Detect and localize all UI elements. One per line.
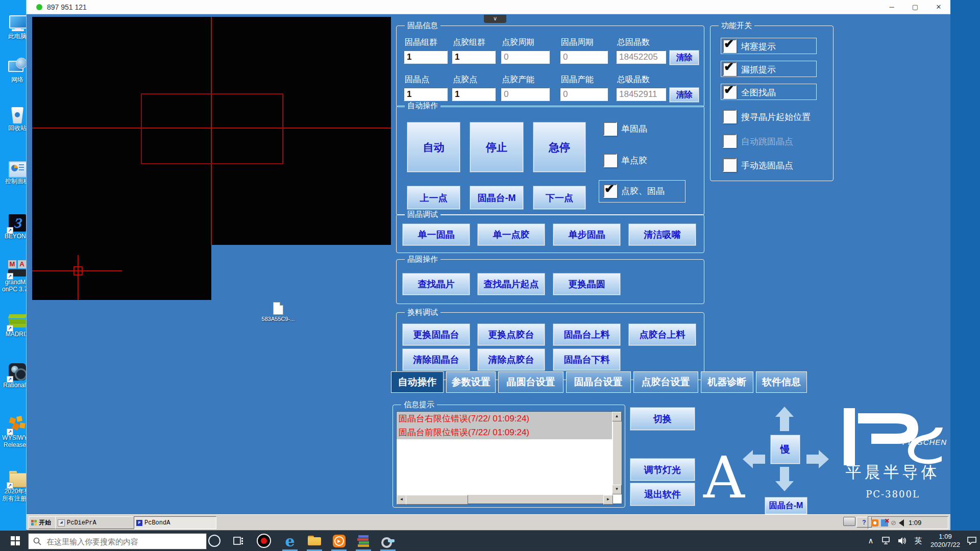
scroll-left-icon[interactable]: ◄ [397, 495, 406, 505]
die-cycle-input[interactable] [560, 51, 608, 64]
classic-start-button[interactable]: 开始 [29, 516, 56, 529]
tab-dispense-stage-settings[interactable]: 点胶台设置 [633, 371, 698, 393]
dispense-cycle-input[interactable] [501, 51, 550, 64]
change-dispense-stage-button[interactable]: 更换点胶台 [477, 323, 545, 346]
file-explorer-button[interactable] [303, 531, 326, 551]
media-app-button[interactable]: ▶ [328, 531, 350, 551]
horizontal-scrollbar[interactable]: ◄ ► [397, 495, 613, 504]
taskbar-search-box[interactable] [28, 533, 207, 549]
message-row[interactable]: 固晶台右限位错误(7/22/ 01:09:24) [397, 412, 612, 425]
single-dispense-button[interactable]: 单一点胶 [477, 223, 545, 246]
tab-parameter-settings[interactable]: 参数设置 [446, 371, 496, 393]
single-dispense-checkbox[interactable] [603, 154, 617, 167]
app-icon: ◢ [58, 519, 65, 527]
change-wafer-button[interactable]: 更换晶圆 [553, 273, 621, 295]
tray-speaker-icon[interactable] [899, 519, 904, 527]
clear-dispense-stage-button[interactable]: 清除点胶台 [477, 348, 545, 371]
tab-machine-diagnosis[interactable]: 机器诊断 [701, 371, 753, 393]
single-die-bond-button[interactable]: 单一固晶 [402, 223, 470, 246]
die-stage-unload-button[interactable]: 固晶台下料 [553, 348, 621, 371]
adjust-light-button[interactable]: 调节灯光 [630, 458, 695, 481]
edge-button[interactable]: e [279, 531, 301, 551]
vertical-scrollbar[interactable]: ▲ ▼ [613, 412, 622, 494]
minimize-button[interactable]: ─ [880, 0, 903, 14]
task-button-pcdiepra[interactable]: ◢ PcDiePrA [55, 516, 137, 529]
tab-wafer-stage-settings[interactable]: 晶圆台设置 [498, 371, 563, 393]
camera-view-secondary[interactable] [32, 245, 211, 300]
start-button[interactable] [4, 531, 27, 551]
die-stage-load-button[interactable]: 固晶台上料 [553, 323, 621, 346]
scroll-thumb[interactable] [406, 495, 468, 505]
clear-pick-count-button[interactable]: 清除 [669, 87, 699, 103]
message-listbox[interactable]: 固晶台右限位错误(7/22/ 01:09:24) 固晶台前限位错误(7/22/ … [396, 411, 622, 504]
collapse-chevron-button[interactable]: ∨ [484, 15, 506, 23]
clog-alert-checkbox[interactable]: ✔ [723, 39, 737, 53]
next-point-button[interactable]: 下一点 [533, 186, 586, 210]
maximize-button[interactable]: ▢ [903, 0, 927, 14]
die-point-input[interactable] [404, 88, 448, 101]
arrow-up-button[interactable] [775, 407, 794, 431]
tray-app-icon[interactable] [871, 519, 878, 527]
volume-button[interactable] [895, 531, 910, 551]
scroll-right-icon[interactable]: ► [603, 495, 613, 505]
dispense-capacity-input[interactable] [501, 88, 550, 101]
exit-software-button[interactable]: 退出软件 [630, 483, 695, 506]
find-die-button[interactable]: 查找晶片 [402, 273, 470, 295]
clear-die-stage-button[interactable]: 清除固晶台 [402, 348, 470, 371]
switch-button[interactable]: 切换 [630, 407, 695, 431]
keyboard-icon[interactable] [843, 517, 855, 526]
tab-software-info[interactable]: 软件信息 [756, 371, 807, 393]
prev-point-button[interactable]: 上一点 [407, 186, 460, 210]
die-stage-m-button[interactable]: 固晶台-M [470, 186, 524, 210]
miss-pick-alert-checkbox[interactable]: ✔ [723, 62, 737, 76]
camera-view-main[interactable] [32, 17, 391, 245]
close-button[interactable]: ✕ [927, 0, 950, 14]
dispense-point-input[interactable] [452, 88, 496, 101]
ime-indicator[interactable]: 英 [911, 531, 925, 551]
stop-button[interactable]: 停止 [470, 122, 524, 172]
tray-network-icon[interactable]: ✕ [881, 519, 888, 527]
task-view-button[interactable] [228, 531, 249, 551]
scroll-down-icon[interactable]: ▼ [612, 485, 622, 494]
dispense-and-die-checkbox[interactable]: ✔ [603, 184, 617, 198]
full-image-find-die-checkbox[interactable]: ✔ [723, 85, 737, 99]
stray-file-icon[interactable]: 583A55C9-... [255, 302, 301, 322]
step-die-bond-button[interactable]: 单步固晶 [553, 223, 621, 246]
estop-button[interactable]: 急停 [533, 122, 586, 172]
clean-nozzle-button[interactable]: 清洁吸嘴 [628, 223, 696, 246]
clear-die-count-button[interactable]: 清除 [669, 50, 699, 65]
die-capacity-input[interactable] [560, 88, 608, 101]
tray-disabled-icon[interactable]: ⊘ [891, 519, 896, 527]
cortana-button[interactable] [204, 531, 225, 551]
search-die-start-position-checkbox[interactable] [723, 110, 737, 123]
die-group-input[interactable] [404, 51, 448, 64]
single-die-checkbox[interactable] [603, 122, 617, 136]
action-center-button[interactable] [965, 531, 979, 551]
key-app-button[interactable] [377, 531, 399, 551]
scroll-up-icon[interactable]: ▲ [612, 412, 622, 421]
message-row[interactable]: 固晶台前限位错误(7/22/ 01:09:24) [397, 425, 612, 439]
arrow-right-button[interactable] [806, 450, 829, 468]
arrow-down-button[interactable] [775, 467, 794, 491]
taskbar-clock[interactable]: 1:092020/7/22 [926, 531, 964, 551]
total-die-count-input[interactable] [616, 51, 666, 64]
network-status-button[interactable] [879, 531, 894, 551]
auto-button[interactable]: 自动 [407, 122, 460, 172]
search-input[interactable] [45, 537, 185, 546]
tab-auto-operation[interactable]: 自动操作 [391, 371, 444, 393]
total-pick-count-input[interactable] [616, 88, 666, 101]
change-die-stage-button[interactable]: 更换固晶台 [402, 323, 470, 346]
winrar-button[interactable] [352, 531, 375, 551]
slow-speed-button[interactable]: 慢 [770, 435, 800, 464]
dispense-group-input[interactable] [452, 51, 496, 64]
manual-select-die-point-checkbox[interactable] [723, 158, 737, 172]
task-button-pcbonda[interactable]: P PcBondA [134, 516, 216, 529]
recorder-app-button[interactable] [253, 531, 275, 551]
arrow-left-button[interactable] [743, 450, 765, 468]
die-stage-m-jog-button[interactable]: 固晶台-M [765, 497, 807, 515]
find-die-start-button[interactable]: 查找晶片起点 [477, 273, 545, 295]
dispense-stage-load-button[interactable]: 点胶台上料 [628, 323, 696, 346]
tab-die-stage-settings[interactable]: 固晶台设置 [566, 371, 631, 393]
auto-skip-die-point-checkbox[interactable] [723, 134, 737, 148]
tray-chevron-button[interactable]: ∧ [865, 531, 877, 551]
